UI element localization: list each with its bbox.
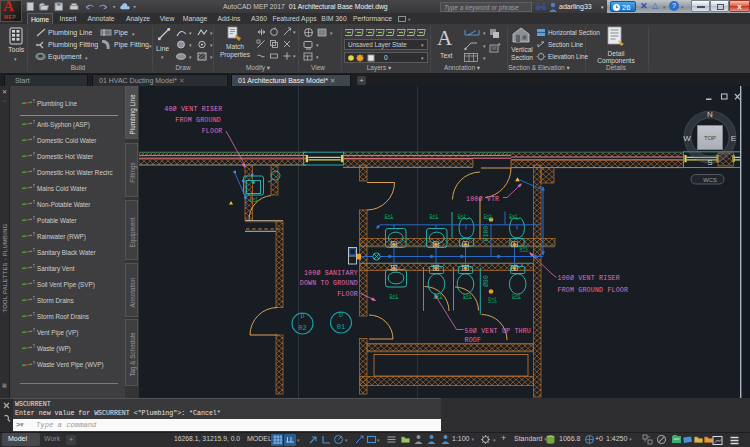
svg-text:FLOOR: FLOOR bbox=[202, 128, 223, 135]
svg-text:01: 01 bbox=[337, 323, 345, 331]
svg-text:FROM GROUND: FROM GROUND bbox=[175, 117, 221, 124]
svg-text:Ø100: Ø100 bbox=[482, 226, 490, 242]
svg-text:ROOF: ROOF bbox=[465, 337, 482, 344]
svg-text:D: D bbox=[301, 313, 305, 320]
svg-text:E=1: E=1 bbox=[390, 294, 399, 299]
svg-text:TOOL PALETTES - PLUMBING: TOOL PALETTES - PLUMBING bbox=[2, 223, 8, 312]
svg-text:E: E bbox=[731, 134, 736, 143]
svg-text:100Ø SANITARY: 100Ø SANITARY bbox=[304, 269, 358, 277]
svg-text:Ø80: Ø80 bbox=[482, 275, 490, 287]
svg-text:02: 02 bbox=[298, 324, 306, 332]
svg-text:E=1: E=1 bbox=[488, 297, 497, 302]
svg-text:WCS: WCS bbox=[703, 177, 717, 183]
svg-text:FLOOR: FLOOR bbox=[337, 291, 358, 298]
svg-text:100Ø VTR: 100Ø VTR bbox=[466, 195, 499, 203]
svg-text:40Ø VENT RISER: 40Ø VENT RISER bbox=[164, 105, 222, 113]
svg-text:E=1: E=1 bbox=[520, 246, 529, 251]
svg-text:E=1: E=1 bbox=[385, 214, 394, 219]
svg-text:E=1: E=1 bbox=[509, 214, 518, 219]
svg-text:E=1: E=1 bbox=[512, 294, 521, 299]
svg-text:E=1: E=1 bbox=[250, 197, 259, 202]
svg-text:50Ø VENT UP THRU: 50Ø VENT UP THRU bbox=[465, 327, 532, 335]
svg-text:E=1: E=1 bbox=[463, 294, 472, 299]
svg-text:TOP: TOP bbox=[704, 135, 716, 141]
svg-text:FROM GROUND FLOOR: FROM GROUND FLOOR bbox=[558, 287, 629, 294]
svg-text:W: W bbox=[683, 134, 691, 143]
svg-text:E=1: E=1 bbox=[458, 214, 467, 219]
svg-text:D: D bbox=[339, 312, 343, 319]
svg-text:S: S bbox=[707, 158, 712, 167]
svg-text:N: N bbox=[707, 110, 713, 119]
svg-text:DOWN TO GROUND: DOWN TO GROUND bbox=[300, 280, 358, 287]
svg-text:E=1: E=1 bbox=[484, 214, 493, 219]
svg-text:E=1: E=1 bbox=[430, 214, 439, 219]
svg-text:100Ø VENT RISER: 100Ø VENT RISER bbox=[558, 274, 620, 282]
